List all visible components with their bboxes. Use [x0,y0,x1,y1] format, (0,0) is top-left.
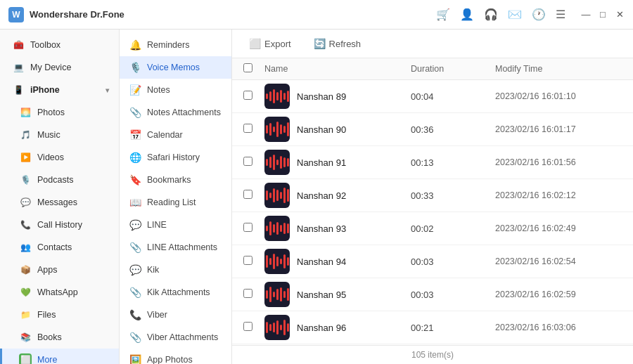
row-check-input-1[interactable] [243,124,252,133]
sidebar-item-call-history[interactable]: 📞 Call History [0,214,119,236]
books-icon: 📚 [19,331,32,344]
mid-item-notes-attachments[interactable]: 📎 Notes Attachments [120,101,231,124]
header-check[interactable] [243,63,264,75]
row-name-3: Nanshan 92 [297,190,411,201]
user-icon[interactable]: 👤 [460,8,474,21]
sidebar-item-photos[interactable]: 🌅 Photos [0,101,119,124]
call-history-icon: 📞 [19,219,32,231]
mid-item-viber-attachments[interactable]: 📎 Viber Attachments [120,326,231,349]
export-button[interactable]: ⬜ Export [243,35,297,52]
table-row[interactable]: Nanshan 94 00:03 2023/02/16 16:02:54 [232,245,633,278]
row-checkbox-4[interactable] [243,222,264,235]
line-attachments-icon: 📎 [129,242,141,253]
sidebar-item-iphone[interactable]: 📱 iPhone ▾ [0,79,119,101]
table-row[interactable]: Nanshan 95 00:03 2023/02/16 16:02:59 [232,278,633,311]
minimize-button[interactable]: — [581,10,591,20]
sidebar-item-toolbox[interactable]: 🧰 Toolbox [0,34,119,56]
col-name-header: Name [264,64,411,74]
row-check-input-7[interactable] [243,322,252,331]
row-check-input-0[interactable] [243,91,252,100]
main-layout: 🧰 Toolbox 💻 My Device 📱 iPhone ▾ 🌅 Photo… [0,30,633,364]
messages-icon: 💬 [19,196,32,209]
mid-item-bookmarks[interactable]: 🔖 Bookmarks [120,169,231,191]
maximize-button[interactable]: □ [598,10,608,20]
row-checkbox-3[interactable] [243,189,264,202]
mid-item-notes[interactable]: 📝 Notes [120,79,231,101]
mid-item-viber[interactable]: 📞 Viber [120,304,231,326]
row-checkbox-7[interactable] [243,321,264,334]
mid-label-kik-attachments: Kik Attachments [147,287,210,297]
sidebar-item-more[interactable]: ⬜ More [0,349,119,364]
mid-item-voice-memos[interactable]: 🎙️ Voice Memos [120,56,231,79]
mid-item-kik-attachments[interactable]: 📎 Kik Attachments [120,281,231,304]
mid-label-reminders: Reminders [147,40,189,50]
row-checkbox-5[interactable] [243,255,264,268]
history-icon[interactable]: 🕐 [532,8,546,21]
row-duration-1: 00:36 [411,124,495,135]
mid-label-notes-attachments: Notes Attachments [147,108,221,117]
sidebar-item-videos[interactable]: ▶️ Videos [0,146,119,169]
sidebar-label-iphone: iPhone [30,85,60,95]
row-time-5: 2023/02/16 16:02:54 [495,256,622,266]
row-thumbnail-2 [264,150,290,175]
mid-item-app-photos[interactable]: 🖼️ App Photos [120,349,231,364]
app-photos-icon: 🖼️ [129,354,141,364]
mid-label-viber: Viber [147,310,167,320]
toolbox-icon: 🧰 [12,39,25,51]
sidebar-item-podcasts[interactable]: 🎙️ Podcasts [0,169,119,191]
kik-icon: 💬 [129,264,141,275]
row-time-7: 2023/02/16 16:03:06 [495,323,622,332]
row-thumbnail-7 [264,315,290,340]
table-row[interactable]: Nanshan 89 00:04 2023/02/16 16:01:10 [232,80,633,113]
table-row[interactable]: Nanshan 90 00:36 2023/02/16 16:01:17 [232,113,633,146]
row-check-input-5[interactable] [243,256,252,265]
sidebar-item-messages[interactable]: 💬 Messages [0,191,119,214]
close-button[interactable]: ✕ [615,10,625,20]
mid-item-reminders[interactable]: 🔔 Reminders [120,34,231,56]
row-check-input-4[interactable] [243,223,252,232]
sidebar-item-contacts[interactable]: 👥 Contacts [0,236,119,259]
row-checkbox-6[interactable] [243,288,264,301]
sidebar-item-files[interactable]: 📁 Files [0,304,119,326]
table-row[interactable]: Nanshan 92 00:33 2023/02/16 16:02:12 [232,179,633,212]
table-row[interactable]: Nanshan 93 00:02 2023/02/16 16:02:49 [232,212,633,245]
mid-item-calendar[interactable]: 📅 Calendar [120,124,231,146]
mid-item-line-attachments[interactable]: 📎 LINE Attachments [120,236,231,259]
row-check-input-3[interactable] [243,190,252,199]
mid-item-kik[interactable]: 💬 Kik [120,259,231,281]
mid-item-safari-history[interactable]: 🌐 Safari History [120,146,231,169]
col-duration-header: Duration [411,64,495,74]
sidebar-label-podcasts: Podcasts [37,175,73,185]
sidebar-item-apps[interactable]: 📦 Apps [0,259,119,281]
sidebar-item-music[interactable]: 🎵 Music [0,124,119,146]
menu-icon[interactable]: ☰ [556,8,565,21]
headset-icon[interactable]: 🎧 [484,8,498,21]
sidebar-label-videos: Videos [37,152,64,162]
refresh-button[interactable]: 🔄 Refresh [308,35,367,52]
select-all-checkbox[interactable] [243,63,252,72]
videos-icon: ▶️ [19,151,32,164]
sidebar-left: 🧰 Toolbox 💻 My Device 📱 iPhone ▾ 🌅 Photo… [0,30,120,364]
mid-item-reading-list[interactable]: 📖 Reading List [120,191,231,214]
row-check-input-2[interactable] [243,157,252,166]
sidebar-item-books[interactable]: 📚 Books [0,326,119,349]
row-checkbox-1[interactable] [243,123,264,136]
row-checkbox-0[interactable] [243,90,264,103]
row-check-input-6[interactable] [243,289,252,298]
sidebar-item-my-device[interactable]: 💻 My Device [0,56,119,79]
mid-label-viber-attachments: Viber Attachments [147,332,218,342]
bookmarks-icon: 🔖 [129,174,141,186]
row-thumbnail-1 [264,117,290,142]
cart-icon[interactable]: 🛒 [436,8,450,21]
row-thumbnail-4 [264,216,290,241]
row-checkbox-2[interactable] [243,156,264,169]
sidebar-item-whatsapp[interactable]: 💚 WhatsApp [0,281,119,304]
table-row[interactable]: Nanshan 91 00:13 2023/02/16 16:01:56 [232,146,633,179]
titlebar-right: 🛒 👤 🎧 ✉️ 🕐 ☰ — □ ✕ [436,8,625,21]
mail-icon[interactable]: ✉️ [508,8,522,21]
mid-item-line[interactable]: 💬 LINE [120,214,231,236]
table-row[interactable]: Nanshan 96 00:21 2023/02/16 16:03:06 [232,311,633,344]
mid-label-line-attachments: LINE Attachments [147,242,217,252]
row-duration-4: 00:02 [411,223,495,234]
reading-list-icon: 📖 [129,197,141,208]
